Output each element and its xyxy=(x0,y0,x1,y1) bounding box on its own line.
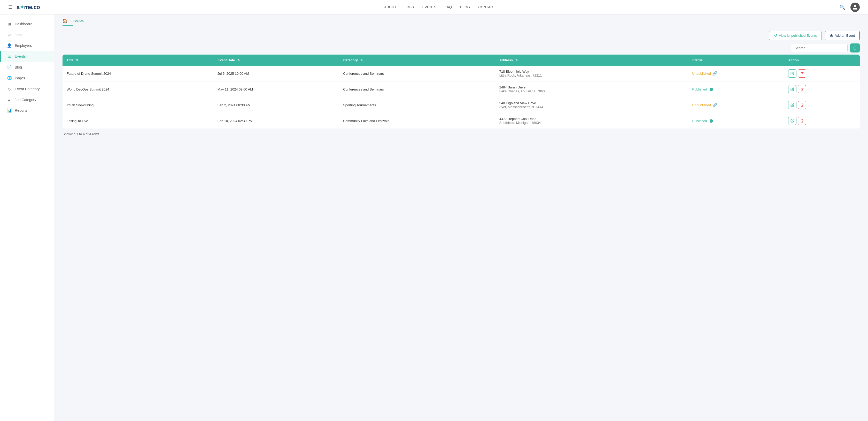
col-event-date[interactable]: Event Date ⇅ xyxy=(213,55,339,66)
blog-icon: 📄 xyxy=(7,65,11,69)
breadcrumb-current: Events xyxy=(72,19,84,23)
events-table-wrapper: Title ⇅ Event Date ⇅ Category ⇅ Address … xyxy=(63,55,860,129)
cell-title: Youth Snowtubing xyxy=(63,97,213,113)
sort-icon-title: ⇅ xyxy=(76,59,78,62)
sort-icon-date: ⇅ xyxy=(238,59,240,62)
col-title[interactable]: Title ⇅ xyxy=(63,55,213,66)
delete-button[interactable] xyxy=(798,101,806,109)
delete-button[interactable] xyxy=(798,69,806,78)
sidebar-label-employers: Employers xyxy=(15,44,32,48)
nav-jobs[interactable]: JOBS xyxy=(405,5,414,9)
cell-action xyxy=(784,81,860,97)
employers-icon: 👤 xyxy=(7,43,11,48)
page-toolbar: ↺ View Unpublished Events ⊕ Add an Event xyxy=(63,26,860,44)
status-label: Unpublished xyxy=(692,72,711,76)
cell-address: 2484 Sarah Drive Lake Charles, Louisiana… xyxy=(495,81,688,97)
view-unpublished-label: View Unpublished Events xyxy=(779,34,817,37)
dashboard-icon: ⊞ xyxy=(7,22,11,26)
sidebar-label-dashboard: Dashboard xyxy=(15,22,33,26)
sidebar-item-job-category[interactable]: ≡ Job Category xyxy=(0,94,54,105)
delete-button[interactable] xyxy=(798,85,806,93)
cell-status: Unpublished 🔗 xyxy=(688,97,784,113)
edit-button[interactable] xyxy=(788,117,797,125)
sidebar-label-events: Events xyxy=(15,54,26,58)
sidebar-label-pages: Pages xyxy=(15,76,25,80)
cell-address: 4477 Reppert Coal Road Southfield, Michi… xyxy=(495,113,688,129)
user-avatar[interactable] xyxy=(850,3,860,12)
status-label: Published xyxy=(692,119,707,123)
cell-event-date: Feb 10, 2024 02:30 PM xyxy=(213,113,339,129)
nav-blog[interactable]: BLOG xyxy=(460,5,470,9)
cell-status: Published ⏺ xyxy=(688,81,784,97)
table-row: Youth Snowtubing Feb 2, 2024 08:30 AM Sp… xyxy=(63,97,860,113)
col-category[interactable]: Category ⇅ xyxy=(339,55,495,66)
sidebar-label-blog: Blog xyxy=(15,65,22,69)
hamburger-menu[interactable]: ☰ xyxy=(8,4,12,10)
home-icon[interactable]: 🏠 xyxy=(63,19,67,23)
col-status: Status xyxy=(688,55,784,66)
plus-icon: ⊕ xyxy=(830,33,833,38)
nav-right: 🔍 xyxy=(840,3,860,12)
edit-button[interactable] xyxy=(788,85,797,93)
edit-button[interactable] xyxy=(788,101,797,109)
search-icon[interactable]: 🔍 xyxy=(840,4,845,10)
sidebar: ⊞ Dashboard 🗂 Jobs 👤 Employers ☑ Events … xyxy=(0,15,54,421)
cell-title: World DevOps Summit 2024 xyxy=(63,81,213,97)
cell-address: 718 Bloomfield Way Little Rock, Arkansas… xyxy=(495,66,688,81)
cell-action xyxy=(784,97,860,113)
sidebar-item-event-category[interactable]: ◇ Event Category xyxy=(0,84,54,94)
logo[interactable]: a✦me.co xyxy=(17,4,40,10)
sidebar-item-dashboard[interactable]: ⊞ Dashboard xyxy=(0,19,54,29)
sidebar-item-pages[interactable]: 🌐 Pages xyxy=(0,73,54,84)
sidebar-label-event-category: Event Category xyxy=(15,87,40,91)
cell-status: Published ⏺ xyxy=(688,113,784,129)
showing-text: Showing 1 to 4 of 4 rows xyxy=(63,129,860,140)
cell-category: Conferences and Seminars xyxy=(339,81,495,97)
sidebar-item-blog[interactable]: 📄 Blog xyxy=(0,62,54,73)
sort-icon-address: ⇅ xyxy=(516,59,518,62)
event-category-icon: ◇ xyxy=(7,87,11,91)
events-table: Title ⇅ Event Date ⇅ Category ⇅ Address … xyxy=(63,55,860,129)
columns-icon: ⊟ xyxy=(853,46,857,50)
cell-status: Unpublished 🔗 xyxy=(688,66,784,81)
main-content: 🏠 › Events ↺ View Unpublished Events ⊕ A… xyxy=(54,15,868,421)
sidebar-label-jobs: Jobs xyxy=(15,33,23,37)
view-unpublished-button[interactable]: ↺ View Unpublished Events xyxy=(769,31,822,40)
sort-icon-category: ⇅ xyxy=(361,59,363,62)
table-row: Future of Drone Summit 2024 Jul 5, 2025 … xyxy=(63,66,860,81)
column-toggle-button[interactable]: ⊟ xyxy=(850,44,860,53)
events-icon: ☑ xyxy=(7,54,11,59)
nav-events[interactable]: EVENTS xyxy=(423,5,437,9)
toggle-on-icon[interactable]: ⏺ xyxy=(709,118,714,124)
link-icon[interactable]: 🔗 xyxy=(712,71,717,76)
search-input[interactable] xyxy=(791,44,847,52)
cell-category: Conferences and Seminars xyxy=(339,66,495,81)
toggle-on-icon[interactable]: ⏺ xyxy=(709,86,714,92)
cell-event-date: Jul 5, 2025 10:00 AM xyxy=(213,66,339,81)
sidebar-item-jobs[interactable]: 🗂 Jobs xyxy=(0,29,54,40)
col-address[interactable]: Address ⇅ xyxy=(495,55,688,66)
breadcrumb-sep: › xyxy=(69,19,70,23)
delete-button[interactable] xyxy=(798,117,806,125)
add-event-button[interactable]: ⊕ Add an Event xyxy=(825,31,860,40)
nav-about[interactable]: ABOUT xyxy=(384,5,397,9)
nav-contact[interactable]: CONTACT xyxy=(478,5,495,9)
cell-event-date: Feb 2, 2024 08:30 AM xyxy=(213,97,339,113)
search-row: ⊟ xyxy=(63,44,860,53)
jobs-icon: 🗂 xyxy=(7,33,11,37)
cell-event-date: May 11, 2024 09:00 AM xyxy=(213,81,339,97)
sidebar-item-employers[interactable]: 👤 Employers xyxy=(0,40,54,51)
sidebar-item-reports[interactable]: 📊 Reports xyxy=(0,105,54,116)
cell-title: Future of Drone Summit 2024 xyxy=(63,66,213,81)
edit-button[interactable] xyxy=(788,69,797,78)
reports-icon: 📊 xyxy=(7,108,11,113)
sidebar-item-events[interactable]: ☑ Events xyxy=(0,51,54,62)
sidebar-label-reports: Reports xyxy=(15,108,27,112)
link-icon[interactable]: 🔗 xyxy=(712,103,717,107)
cell-address: 540 Highland View Drive Ayer, Massachuse… xyxy=(495,97,688,113)
cell-action xyxy=(784,66,860,81)
table-body: Future of Drone Summit 2024 Jul 5, 2025 … xyxy=(63,66,860,129)
logo-text: a✦me.co xyxy=(17,4,40,10)
table-row: World DevOps Summit 2024 May 11, 2024 09… xyxy=(63,81,860,97)
nav-faq[interactable]: FAQ xyxy=(445,5,452,9)
